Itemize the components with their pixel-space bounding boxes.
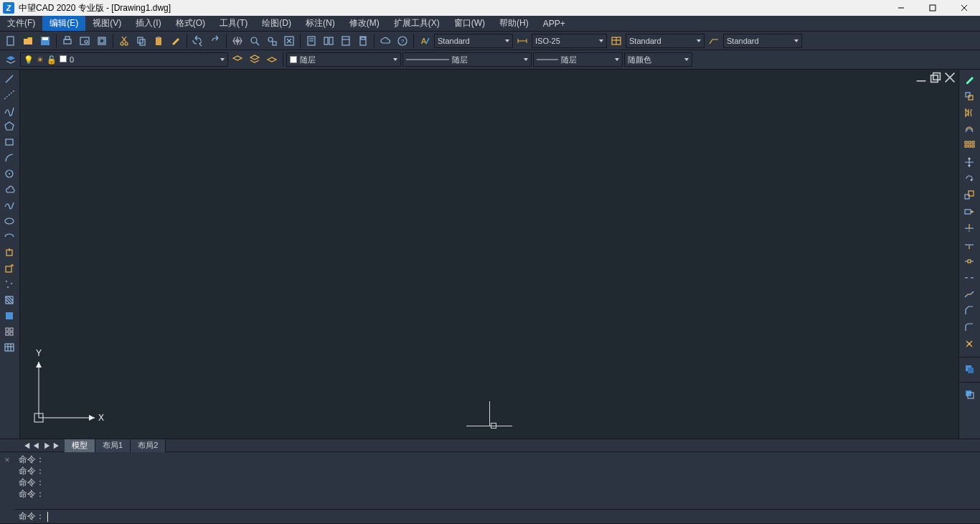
mleader-style-dropdown[interactable]: Standard [723, 34, 802, 48]
layer-iso-button[interactable] [264, 52, 280, 67]
maximize-button[interactable] [917, 0, 948, 16]
arc-tool[interactable] [0, 150, 19, 166]
help-button[interactable]: ? [395, 33, 410, 49]
menu-help[interactable]: 帮助(H) [492, 16, 536, 31]
explode-tool[interactable] [959, 335, 979, 352]
undo-button[interactable] [190, 33, 206, 49]
tab-layout1[interactable]: 布局1 [95, 439, 131, 452]
stretch-tool[interactable] [959, 203, 979, 220]
table-style-icon[interactable] [608, 33, 624, 49]
command-history[interactable]: 命令： 命令： 命令： 命令： [14, 452, 980, 509]
revcloud-tool[interactable] [0, 182, 19, 197]
draworder-tool[interactable] [959, 360, 979, 377]
cloud-button[interactable] [377, 33, 393, 49]
match-properties-button[interactable] [168, 33, 184, 49]
polyline-tool[interactable] [0, 103, 19, 118]
menu-window[interactable]: 窗口(W) [447, 16, 492, 31]
join-tool[interactable] [959, 286, 979, 302]
command-input[interactable]: 命令： [14, 509, 980, 523]
plotstyle-dropdown[interactable]: 随颜色 [624, 52, 692, 67]
menu-file[interactable]: 文件(F) [0, 16, 42, 31]
mirror-tool[interactable] [959, 104, 979, 121]
chamfer-tool[interactable] [959, 302, 979, 319]
tool-palettes-button[interactable] [338, 33, 354, 49]
mleader-style-icon[interactable] [706, 33, 722, 49]
copy-button[interactable] [133, 33, 149, 49]
menu-view[interactable]: 视图(V) [85, 16, 128, 31]
zoom-realtime-button[interactable] [247, 33, 263, 49]
tab-last-button[interactable] [52, 441, 62, 451]
menu-tools[interactable]: 工具(T) [212, 16, 255, 31]
canvas-close-button[interactable] [944, 72, 956, 83]
zoom-extents-button[interactable] [281, 33, 297, 49]
rotate-tool[interactable] [959, 170, 979, 187]
save-button[interactable] [37, 33, 53, 49]
entity-toolbar-button[interactable] [959, 385, 979, 402]
linetype-dropdown[interactable]: 随层 [402, 52, 532, 67]
tab-prev-button[interactable] [32, 441, 42, 451]
break-point-tool[interactable] [959, 253, 979, 269]
copy-tool[interactable] [959, 88, 979, 104]
properties-button[interactable] [303, 33, 319, 49]
region-tool[interactable] [0, 324, 19, 340]
erase-tool[interactable] [959, 71, 979, 88]
text-style-dropdown[interactable]: Standard [434, 34, 513, 48]
point-tool[interactable] [0, 276, 19, 292]
canvas-restore-button[interactable] [930, 72, 941, 83]
pan-button[interactable] [230, 33, 245, 49]
scale-tool[interactable] [959, 187, 979, 203]
tab-first-button[interactable] [22, 441, 32, 451]
open-button[interactable] [20, 33, 36, 49]
print-preview-button[interactable] [77, 33, 93, 49]
calculator-button[interactable] [355, 33, 371, 49]
layer-manager-button[interactable] [3, 52, 19, 67]
drawing-canvas[interactable]: X Y [20, 70, 958, 439]
tab-model[interactable]: 模型 [65, 439, 95, 452]
tab-layout2[interactable]: 布局2 [131, 439, 166, 452]
text-style-icon[interactable]: A [417, 33, 433, 49]
tab-next-button[interactable] [42, 441, 52, 451]
ellipse-arc-tool[interactable] [0, 229, 19, 245]
line-tool[interactable] [0, 71, 19, 87]
menu-express[interactable]: 扩展工具(X) [387, 16, 447, 31]
break-tool[interactable] [959, 269, 979, 286]
move-tool[interactable] [959, 154, 979, 170]
gradient-tool[interactable] [0, 308, 19, 324]
menu-app[interactable]: APP+ [536, 16, 573, 31]
cut-button[interactable] [116, 33, 132, 49]
circle-tool[interactable] [0, 166, 19, 182]
new-button[interactable] [3, 33, 19, 49]
layer-dropdown[interactable]: 💡 ☀ 🔓 0 [20, 52, 228, 67]
make-block-tool[interactable] [0, 261, 19, 276]
print-button[interactable] [60, 33, 75, 49]
extend-tool[interactable] [959, 236, 979, 253]
insert-block-tool[interactable] [0, 245, 19, 261]
trim-tool[interactable] [959, 220, 979, 236]
dim-style-icon[interactable] [514, 33, 530, 49]
canvas-minimize-button[interactable] [915, 72, 927, 83]
design-center-button[interactable] [321, 33, 336, 49]
table-tool[interactable] [0, 340, 19, 355]
menu-modify[interactable]: 修改(M) [342, 16, 387, 31]
spline-tool[interactable] [0, 197, 19, 213]
dim-style-dropdown[interactable]: ISO-25 [532, 34, 607, 48]
close-button[interactable] [948, 0, 980, 16]
minimize-button[interactable] [885, 0, 917, 16]
layer-previous-button[interactable] [230, 52, 245, 67]
fillet-tool[interactable] [959, 319, 979, 335]
menu-edit[interactable]: 编辑(E) [42, 16, 85, 31]
command-close-button[interactable]: × [0, 452, 14, 523]
publish-button[interactable] [94, 33, 110, 49]
table-style-dropdown[interactable]: Standard [626, 34, 705, 48]
array-tool[interactable] [959, 137, 979, 154]
paste-button[interactable] [151, 33, 166, 49]
lineweight-dropdown[interactable]: 随层 [533, 52, 623, 67]
offset-tool[interactable] [959, 121, 979, 137]
rectangle-tool[interactable] [0, 134, 19, 150]
color-dropdown[interactable]: 随层 [286, 52, 401, 67]
hatch-tool[interactable] [0, 292, 19, 308]
menu-draw[interactable]: 绘图(D) [255, 16, 298, 31]
zoom-window-button[interactable] [264, 33, 280, 49]
layer-state-button[interactable] [247, 52, 263, 67]
menu-format[interactable]: 格式(O) [169, 16, 212, 31]
